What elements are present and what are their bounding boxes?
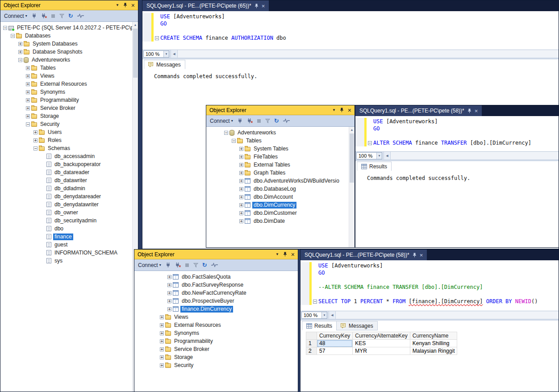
tree-item[interactable]: +Graph Tables	[206, 169, 355, 177]
tree-item[interactable]: db_datareader	[0, 168, 138, 176]
expander-icon[interactable]: +	[26, 98, 30, 102]
zoom-select[interactable]: 100 %▾	[301, 312, 327, 319]
tree-item[interactable]: −Databases	[0, 32, 138, 40]
tree-item[interactable]: +dbo.DimCurrency	[206, 201, 355, 209]
expander-icon[interactable]: −	[224, 131, 228, 135]
tree-item[interactable]: +dbo.DimAccount	[206, 193, 355, 201]
expander-icon[interactable]: +	[239, 147, 243, 151]
expander-icon[interactable]: −	[26, 122, 30, 126]
pin-icon[interactable]	[283, 252, 287, 257]
tree-item[interactable]: +Views	[0, 72, 138, 80]
connect-button[interactable]: Connect▾	[210, 118, 233, 124]
tree-item[interactable]: +dbo.NewFactCurrencyRate	[134, 289, 298, 297]
activity-monitor-icon[interactable]	[283, 118, 290, 123]
expander-icon[interactable]: +	[26, 74, 30, 78]
expander-icon[interactable]: +	[33, 130, 38, 134]
disconnect-icon[interactable]	[175, 262, 181, 268]
pin-icon[interactable]	[254, 4, 259, 8]
tree-item[interactable]: +External Resources	[134, 321, 298, 329]
close-icon[interactable]: ×	[291, 251, 295, 258]
tree-item[interactable]: +Database Snapshots	[0, 48, 138, 56]
tree-item[interactable]: +dbo.DimDate	[206, 217, 355, 225]
expander-icon[interactable]: +	[26, 90, 30, 94]
pin-icon[interactable]	[413, 253, 417, 258]
scroll-left-icon[interactable]: ◀	[384, 152, 391, 159]
zoom-select[interactable]: 100 %▾	[356, 152, 382, 159]
disconnect-icon[interactable]	[41, 13, 47, 19]
horizontal-scrollbar[interactable]	[391, 152, 559, 159]
tree-item[interactable]: +dbo.DatabaseLog	[206, 185, 355, 193]
window-menu-icon[interactable]: ▼	[332, 108, 336, 112]
tree-item[interactable]: guest	[0, 241, 138, 249]
tree-item[interactable]: +dbo.FactSalesQuota	[134, 273, 298, 281]
tree-item[interactable]: db_securityadmin	[0, 217, 138, 225]
code-editor[interactable]: USE [Adventureworks]GO--ALTER SCHEMA fin…	[300, 260, 559, 311]
close-icon[interactable]: ×	[475, 108, 478, 114]
expander-icon[interactable]: +	[26, 114, 30, 118]
close-icon[interactable]: ×	[348, 107, 351, 113]
scroll-left-icon[interactable]: ◀	[329, 311, 336, 319]
expander-icon[interactable]: +	[160, 331, 164, 335]
expander-icon[interactable]: +	[239, 203, 243, 207]
expander-icon[interactable]: +	[26, 106, 30, 110]
expander-icon[interactable]: +	[239, 195, 243, 199]
tree-item[interactable]: db_owner	[0, 209, 138, 217]
pin-icon[interactable]	[340, 108, 344, 113]
expander-icon[interactable]: +	[239, 171, 243, 175]
expander-icon[interactable]: −	[232, 139, 236, 143]
tree-item[interactable]: −Adventureworks	[0, 56, 138, 64]
tree-item[interactable]: −Security	[0, 120, 138, 128]
tree-item[interactable]: +Storage	[134, 353, 298, 361]
tab-results[interactable]: Results	[357, 162, 392, 171]
code-editor[interactable]: USE [Adventureworks]GO−CREATE SCHEMA fin…	[142, 11, 559, 50]
row-header[interactable]: 2	[306, 347, 317, 355]
tree-item[interactable]: db_datawriter	[0, 176, 138, 184]
tree-item[interactable]: +Views	[134, 313, 298, 321]
grid-cell[interactable]: 48	[317, 340, 353, 347]
scrollbar-up-icon[interactable]: ▲	[349, 127, 355, 133]
expander-icon[interactable]: +	[167, 275, 171, 279]
disconnect-icon[interactable]	[247, 118, 253, 124]
scrollbar-thumb[interactable]	[350, 133, 354, 183]
expander-icon[interactable]: −	[3, 26, 7, 30]
expander-icon[interactable]: −	[11, 34, 15, 38]
activity-monitor-icon[interactable]	[77, 13, 84, 18]
tree-item[interactable]: db_backupoperator	[0, 160, 138, 168]
expander-icon[interactable]: +	[160, 339, 164, 343]
tree-item[interactable]: finance	[0, 233, 138, 241]
tree-item[interactable]: +Roles	[0, 136, 138, 144]
tree-item[interactable]: db_denydatareader	[0, 192, 138, 200]
tree-item[interactable]: +System Databases	[0, 40, 138, 48]
expander-icon[interactable]: +	[26, 82, 30, 86]
tree-item[interactable]: dbo	[0, 225, 138, 233]
grid-cell[interactable]: Kenyan Shilling	[410, 340, 457, 347]
row-header[interactable]: 1	[306, 340, 317, 347]
tree-item[interactable]: −Adventureworks	[206, 129, 355, 137]
expander-icon[interactable]: +	[239, 179, 243, 183]
expander-icon[interactable]: +	[160, 315, 164, 319]
tree-item[interactable]: db_ddladmin	[0, 184, 138, 192]
tree-item[interactable]: +Storage	[0, 112, 138, 120]
tree-item[interactable]: +Tables	[0, 64, 138, 72]
tree-item[interactable]: −PETE-PC (SQL Server 14.0.2027.2 - PETE-…	[0, 24, 138, 32]
refresh-icon[interactable]: ↻	[68, 13, 73, 19]
document-tab[interactable]: SQLQuery1.sql - PE...(PETE-PC\pete (65))…	[142, 0, 269, 11]
tree-item[interactable]: +External Tables	[206, 161, 355, 169]
expander-icon[interactable]: +	[239, 187, 243, 191]
tree-item[interactable]: db_accessadmin	[0, 152, 138, 160]
expander-icon[interactable]: +	[167, 291, 171, 295]
document-tab[interactable]: SQLQuery1.sql - PE...(PETE-PC\pete (58))…	[300, 250, 427, 260]
pin-icon[interactable]	[467, 108, 471, 113]
grid-corner[interactable]	[306, 332, 317, 340]
tree-item[interactable]: db_denydatawriter	[0, 200, 138, 209]
connect-button[interactable]: Connect▾	[138, 262, 161, 268]
tree-item[interactable]: +Synonyms	[0, 88, 138, 96]
scrollbar-thumb[interactable]	[133, 29, 138, 78]
expander-icon[interactable]: +	[239, 163, 243, 167]
tree-item[interactable]: +Programmability	[0, 96, 138, 104]
grid-cell[interactable]: Malaysian Ringgit	[410, 347, 457, 355]
scroll-left-icon[interactable]: ◀	[171, 50, 178, 58]
tab-messages[interactable]: Messages	[336, 321, 378, 330]
expander-icon[interactable]: +	[18, 42, 22, 46]
stop-icon[interactable]	[257, 119, 261, 123]
